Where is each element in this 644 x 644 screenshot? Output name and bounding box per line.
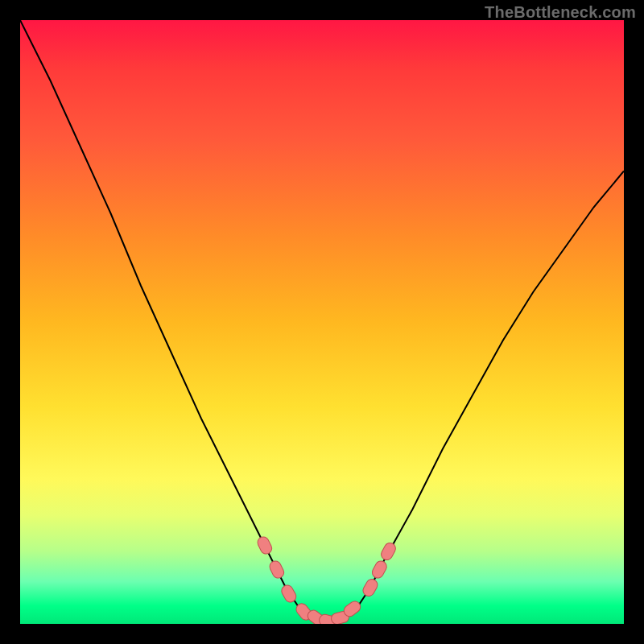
curve-marker [361,577,379,598]
curve-marker [256,535,274,556]
curve-path [20,20,624,624]
watermark-text: TheBottleneck.com [485,3,636,22]
curve-marker [370,559,389,580]
chart-frame: TheBottleneck.com [0,0,644,644]
plot-area [20,20,624,624]
curve-markers [256,535,398,624]
bottleneck-curve [20,20,624,624]
curve-marker [379,541,398,562]
curve-marker [268,559,286,580]
